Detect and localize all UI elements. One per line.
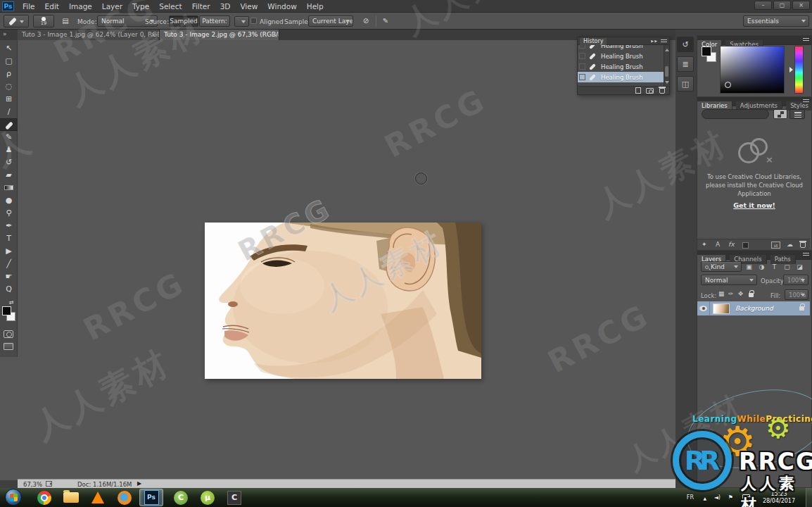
new-snapshot-icon[interactable] xyxy=(646,88,654,94)
canvas-area[interactable] xyxy=(0,40,675,480)
path-selection-tool[interactable]: ▶ xyxy=(0,245,18,258)
line-tool[interactable]: ╱ xyxy=(0,258,18,270)
action-center-flag-icon[interactable]: ⚑ xyxy=(728,494,733,501)
menu-window[interactable]: Window xyxy=(267,2,296,11)
scroll-down-icon[interactable] xyxy=(665,81,669,86)
dodge-tool[interactable]: ⚲ xyxy=(0,207,18,220)
lock-transparency-icon[interactable]: ▦ xyxy=(718,290,724,297)
hand-tool[interactable]: ☛ xyxy=(0,270,18,283)
lock-pixels-icon[interactable]: ✑ xyxy=(728,290,733,297)
zoom-level-field[interactable]: 67,3% xyxy=(23,481,42,488)
character-style-icon[interactable]: A xyxy=(716,241,720,248)
panel-menu-icon[interactable] xyxy=(661,39,667,44)
menu-help[interactable]: Help xyxy=(307,2,324,11)
history-panel-title[interactable]: History xyxy=(580,38,607,45)
taskbar-utorrent[interactable]: µ xyxy=(196,489,220,506)
volume-icon[interactable]: ◄) xyxy=(714,494,721,501)
ignore-adjustment-layers-icon[interactable]: ⊘ xyxy=(360,15,372,27)
layer-row-background[interactable]: Background xyxy=(697,301,810,315)
scroll-up-icon[interactable] xyxy=(665,46,669,51)
taskbar-camtasia[interactable]: C xyxy=(169,489,193,506)
gradient-tool[interactable] xyxy=(0,182,18,194)
taskbar-vlc[interactable] xyxy=(86,489,110,506)
panel-menu-icon[interactable] xyxy=(803,38,809,42)
toggle-brush-panel-icon[interactable]: ▤ xyxy=(59,15,72,27)
workspace-switcher[interactable]: Essentials xyxy=(743,15,809,27)
collapse-tools-icon[interactable]: » xyxy=(3,30,7,37)
source-pattern-button[interactable]: Pattern: xyxy=(199,15,230,27)
taskbar-clock[interactable]: 15:23 28/04/2017 xyxy=(757,491,801,505)
clone-stamp-tool[interactable]: ♟ xyxy=(0,144,18,156)
scrollbar-thumb[interactable] xyxy=(665,66,668,77)
rectangular-marquee-tool[interactable]: ▢ xyxy=(0,55,18,68)
pattern-picker[interactable] xyxy=(234,16,249,27)
blend-mode-dropdown[interactable]: Normal xyxy=(701,275,757,285)
filter-adjustment-layers-icon[interactable]: ◑ xyxy=(756,262,767,272)
start-button[interactable] xyxy=(5,489,22,506)
show-hidden-icons[interactable]: ▲ xyxy=(703,496,706,501)
history-step[interactable]: Healing Brush xyxy=(578,61,665,72)
zoom-tool[interactable]: Q xyxy=(0,283,18,296)
dock-actions-button[interactable]: ≣ xyxy=(677,56,694,72)
lock-all-icon[interactable] xyxy=(749,293,754,297)
history-step[interactable]: Healing Brush xyxy=(578,51,665,61)
collapse-panel-icon[interactable]: ▶▶ xyxy=(651,39,658,43)
close-tab-icon[interactable]: × xyxy=(151,30,156,40)
taskbar-photoshop-active[interactable]: Ps xyxy=(139,489,163,506)
eraser-tool[interactable]: ▰ xyxy=(0,169,18,182)
taskbar-chrome[interactable] xyxy=(32,489,56,506)
menu-view[interactable]: View xyxy=(240,2,258,11)
brush-preset-picker[interactable]: 19 xyxy=(33,15,54,27)
language-indicator[interactable]: FR xyxy=(687,494,694,501)
new-document-from-state-icon[interactable] xyxy=(635,87,641,94)
foreground-color-swatch[interactable] xyxy=(702,46,711,56)
close-button[interactable]: × xyxy=(792,1,810,10)
aligned-checkbox[interactable] xyxy=(250,18,257,24)
swap-colors-icon[interactable]: ⇄ xyxy=(9,299,14,306)
menu-layer[interactable]: Layer xyxy=(102,2,122,11)
document-image[interactable] xyxy=(205,223,481,379)
quick-selection-tool[interactable]: ◌ xyxy=(0,80,18,93)
pen-tool[interactable]: ✒ xyxy=(0,220,18,232)
opacity-value[interactable]: 100% xyxy=(783,275,808,285)
quick-mask-button[interactable] xyxy=(4,330,13,338)
grid-view-button[interactable] xyxy=(773,109,787,119)
history-step[interactable]: Healing Brush xyxy=(578,45,665,51)
filter-type-layers-icon[interactable]: T xyxy=(769,262,780,272)
source-sampled-button[interactable]: Sampled xyxy=(169,15,198,27)
history-source-box[interactable] xyxy=(579,53,585,59)
foreground-color-swatch[interactable] xyxy=(2,306,11,315)
history-scrollbar[interactable] xyxy=(664,45,669,87)
close-tab-icon[interactable]: × xyxy=(270,30,276,40)
type-tool[interactable]: T xyxy=(0,232,18,245)
show-desktop-button[interactable] xyxy=(806,488,812,507)
history-source-box[interactable] xyxy=(579,74,585,80)
display-settings-icon[interactable] xyxy=(742,494,750,500)
menu-image[interactable]: Image xyxy=(69,2,92,11)
menu-type[interactable]: Type xyxy=(132,2,149,11)
delete-icon[interactable] xyxy=(800,242,806,248)
menu-select[interactable]: Select xyxy=(159,2,182,11)
document-size-info[interactable]: Doc: 1.16M/1.16M xyxy=(77,481,132,488)
menu-filter[interactable]: Filter xyxy=(192,2,210,11)
dock-comps-button[interactable]: ◫ xyxy=(677,76,694,92)
filter-smart-objects-icon[interactable]: ◪ xyxy=(794,262,805,272)
taskbar-explorer[interactable] xyxy=(59,489,83,506)
history-brush-tool[interactable]: ↺ xyxy=(0,156,18,169)
status-options-icon[interactable]: ▶ xyxy=(137,480,141,487)
restore-button[interactable]: ▢ xyxy=(773,1,791,10)
cloud-sync-icon[interactable]: ☁ xyxy=(787,241,793,248)
panel-menu-icon[interactable] xyxy=(803,253,809,257)
sync-icon[interactable]: ✦ xyxy=(702,241,707,248)
color-field[interactable] xyxy=(720,46,785,94)
filter-shape-layers-icon[interactable]: ▢ xyxy=(782,262,792,272)
brush-pressure-icon[interactable]: ✎ xyxy=(380,15,391,27)
color-picker-ring[interactable] xyxy=(725,82,731,88)
sample-dropdown[interactable]: Current Layer xyxy=(308,15,353,27)
filter-kind-dropdown[interactable]: Kind xyxy=(701,261,742,272)
lock-position-icon[interactable]: ✥ xyxy=(738,290,743,297)
current-tool-button[interactable] xyxy=(4,15,29,27)
hue-slider-marker[interactable] xyxy=(789,67,796,73)
dock-history-button[interactable]: ↺ xyxy=(677,37,694,52)
eyedropper-tool[interactable]: ∕ xyxy=(0,106,18,118)
